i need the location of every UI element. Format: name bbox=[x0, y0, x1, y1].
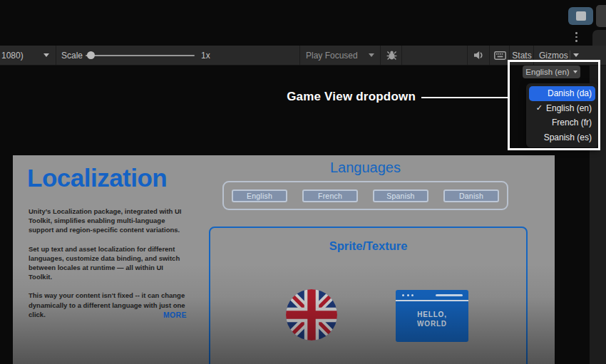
chevron-down-icon bbox=[573, 53, 579, 57]
sprite-texture-section: Sprite/Texture bbox=[209, 227, 528, 364]
kebab-menu-icon[interactable] bbox=[575, 32, 577, 42]
scale-slider-thumb[interactable] bbox=[87, 51, 95, 59]
stop-icon bbox=[576, 11, 586, 21]
menu-item-label: English (en) bbox=[546, 103, 592, 113]
intro-paragraph-1: Unity’s Localization package, integrated… bbox=[29, 207, 188, 235]
stats-button[interactable]: Stats bbox=[509, 46, 534, 65]
chevron-down-icon bbox=[43, 53, 49, 57]
language-button-english[interactable]: English bbox=[232, 189, 287, 202]
locale-dropdown-button[interactable]: English (en) bbox=[523, 66, 580, 78]
language-button-spanish[interactable]: Spanish bbox=[373, 189, 428, 202]
mute-audio-button[interactable] bbox=[467, 46, 490, 65]
annotation-connector-line bbox=[421, 97, 508, 98]
menu-item-label: Danish (da) bbox=[548, 88, 592, 98]
keyboard-icon bbox=[494, 51, 506, 60]
locale-dropdown-menu: Danish (da) ✓ English (en) French (fr) S… bbox=[526, 83, 598, 147]
window-dots-icon bbox=[402, 294, 414, 296]
gizmos-dropdown[interactable]: Gizmos bbox=[533, 46, 582, 65]
scale-slider[interactable] bbox=[86, 55, 195, 56]
menu-item-spanish[interactable]: Spanish (es) bbox=[526, 130, 598, 145]
locale-dropdown-label: English (en) bbox=[525, 68, 569, 76]
mute-audio-icon bbox=[473, 51, 485, 60]
window-address-bar bbox=[436, 294, 463, 296]
scale-value: 1x bbox=[201, 46, 210, 65]
aspect-ratio-dropdown[interactable]: 1080) bbox=[0, 46, 56, 65]
gizmos-label: Gizmos bbox=[539, 51, 568, 61]
menu-item-french[interactable]: French (fr) bbox=[526, 115, 598, 130]
stop-button[interactable] bbox=[568, 7, 593, 25]
divider bbox=[570, 51, 570, 60]
menu-item-label: Spanish (es) bbox=[544, 132, 592, 142]
language-button-french[interactable]: French bbox=[302, 189, 358, 202]
play-focused-dropdown[interactable]: Play Focused bbox=[299, 46, 381, 65]
language-buttons-panel: English French Spanish Danish bbox=[222, 181, 508, 210]
adjacent-panel-corner bbox=[592, 30, 606, 46]
menu-item-label: French (fr) bbox=[552, 118, 592, 128]
unity-game-view: 1080) Scale 1x Play Focused bbox=[0, 0, 606, 364]
game-page: Localization Unity’s Localization packag… bbox=[13, 155, 555, 364]
panel-edge-tab bbox=[596, 5, 606, 27]
scale-label: Scale bbox=[61, 46, 83, 65]
game-view-toolbar: 1080) Scale 1x Play Focused bbox=[0, 46, 606, 66]
window-title-bar bbox=[396, 290, 468, 301]
aspect-ratio-label: 1080) bbox=[1, 51, 24, 61]
hello-world-text: HELLO, WORLD bbox=[396, 311, 468, 328]
languages-heading: Languages bbox=[222, 160, 508, 176]
intro-paragraph-2: Set up text and asset localization for d… bbox=[29, 244, 188, 282]
chevron-down-icon bbox=[573, 71, 577, 73]
language-button-danish[interactable]: Danish bbox=[443, 189, 499, 202]
more-link[interactable]: MORE bbox=[29, 311, 187, 319]
menu-item-danish[interactable]: Danish (da) bbox=[529, 86, 595, 101]
stats-label: Stats bbox=[512, 51, 531, 61]
chevron-down-icon bbox=[369, 53, 374, 57]
page-title: Localization bbox=[27, 164, 167, 192]
bug-icon bbox=[386, 50, 397, 61]
menu-item-english[interactable]: ✓ English (en) bbox=[526, 101, 598, 116]
annotation-label: Game View dropdown bbox=[235, 90, 416, 104]
uk-flag-icon bbox=[286, 289, 337, 340]
browser-window-graphic: HELLO, WORLD bbox=[396, 290, 468, 342]
keyboard-shortcuts-button[interactable] bbox=[489, 46, 510, 65]
sprite-texture-heading: Sprite/Texture bbox=[210, 239, 526, 253]
debug-toggle-button[interactable] bbox=[382, 46, 402, 65]
checkmark-icon: ✓ bbox=[536, 103, 543, 113]
play-focused-label: Play Focused bbox=[306, 51, 358, 61]
